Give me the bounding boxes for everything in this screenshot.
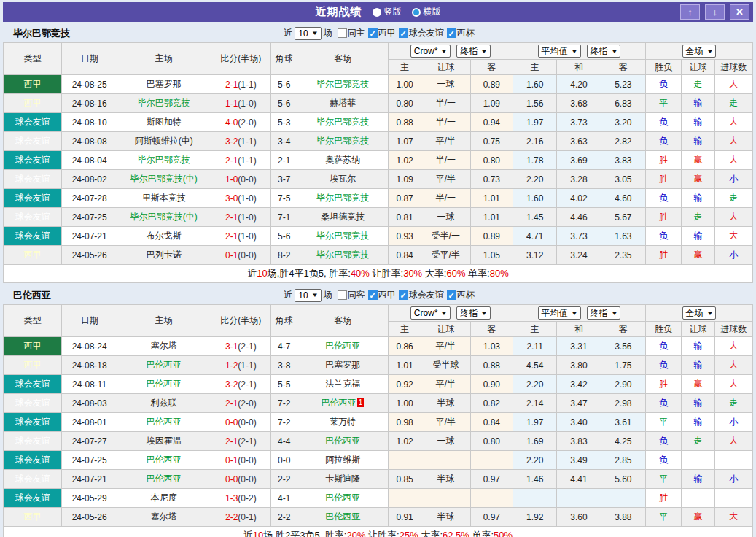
scope-select[interactable]: 全场▼ — [682, 45, 717, 58]
header-select-group-1: 平均值▼终指▼ — [513, 305, 645, 322]
average-select[interactable]: 平均值▼ — [538, 306, 581, 320]
filter-checkbox-2[interactable]: ✓球会友谊 — [399, 27, 444, 39]
corner-cell: 2-2 — [271, 470, 297, 489]
date-cell: 24-08-18 — [62, 356, 117, 375]
half-time-score: (0-0) — [238, 474, 256, 484]
corner-cell: 4-7 — [271, 337, 297, 356]
goals-result-cell: 小 — [714, 413, 752, 432]
half-time-score: (2-0) — [238, 117, 256, 128]
avg-draw-cell: 4.20 — [557, 75, 601, 94]
checkbox-checked-icon[interactable]: ✓ — [447, 28, 456, 38]
summary-text: 60% — [446, 268, 465, 279]
avg-home-cell: 1.46 — [513, 470, 556, 489]
home-team-name: 巴列卡诺 — [147, 250, 182, 260]
checkbox-checked-icon[interactable]: ✓ — [447, 290, 456, 300]
odds-home-cell: 1.00 — [389, 394, 421, 413]
match-type-cell: 球会友谊 — [4, 375, 62, 394]
filter-checkbox-3[interactable]: ✓西杯 — [447, 289, 475, 301]
average-select[interactable]: 平均值▼ — [538, 45, 581, 58]
avg-draw-cell: 3.63 — [557, 132, 601, 151]
handicap-result-cell: 赢 — [682, 246, 714, 265]
match-row: 球会友谊24-08-02毕尔巴鄂竞技(中)1-0(0-0)3-7埃瓦尔1.09平… — [4, 170, 753, 189]
close-button[interactable]: ✕ — [730, 4, 749, 20]
handicap-result-cell: 输 — [682, 413, 714, 432]
score-cell: 4-0(2-0) — [211, 113, 270, 132]
subheader-0-1: 让球 — [421, 322, 470, 337]
filter-checkbox-1[interactable]: ✓西甲 — [368, 27, 396, 39]
handicap-cell: 半/一 — [421, 113, 470, 132]
radio-unselected-icon[interactable] — [412, 8, 421, 17]
avg-away-cell: 2.98 — [601, 394, 645, 413]
match-row: 球会友谊24-07-28里斯本竞技3-0(1-0)7-5毕尔巴鄂竞技0.87半/… — [4, 189, 753, 208]
checkbox-checked-icon[interactable]: ✓ — [368, 28, 378, 38]
avg-draw-cell: 4.41 — [557, 470, 601, 489]
handicap-result-cell: 输 — [682, 356, 714, 375]
move-down-button[interactable]: ↓ — [705, 4, 725, 20]
match-row: 西甲24-08-25巴塞罗那2-1(1-1)5-6毕尔巴鄂竞技1.00一球0.8… — [4, 75, 753, 94]
odds-home-cell: 0.91 — [389, 508, 421, 527]
home-team-name: 本尼度 — [151, 492, 177, 503]
avg-home-cell — [513, 489, 556, 508]
radio-vertical-label: 竖版 — [384, 6, 402, 18]
red-card-badge: 1 — [357, 398, 365, 407]
filter-checkbox-3[interactable]: ✓西杯 — [447, 27, 475, 39]
away-team-name: 卡斯迪隆 — [325, 474, 360, 484]
subheader-1-2: 客 — [601, 60, 645, 75]
results-table: 类型日期主场比分(半场)角球客场Crow*▼终指▼平均值▼终指▼全场▼主让球客主… — [3, 304, 753, 537]
recent-results-panel: 近期战绩 竖版 横版 ↑ ↓ ✕ 毕尔巴鄂竞技近10▼场同主✓西甲✓球会友谊✓西… — [0, 0, 756, 537]
odds-away-cell: 1.05 — [470, 246, 513, 265]
chevron-down-icon: ▼ — [480, 48, 488, 55]
company-select[interactable]: Crow*▼ — [410, 306, 451, 320]
match-count-select-value: 10 — [298, 290, 308, 301]
avg-away-cell: 2.35 — [601, 246, 645, 265]
match-row: 西甲24-05-26塞尔塔2-2(0-1)2-2巴伦西亚0.91半球0.971.… — [4, 508, 753, 527]
home-team-cell: 巴伦西亚 — [117, 356, 211, 375]
match-row: 球会友谊24-08-03利兹联2-1(2-0)7-2巴伦西亚11.00半球0.8… — [4, 394, 753, 413]
company-select[interactable]: Crow*▼ — [410, 45, 451, 58]
match-row: 球会友谊24-07-25巴伦西亚0-1(0-0)0-0阿拉维斯2.203.492… — [4, 451, 753, 470]
avg-home-cell: 1.56 — [513, 94, 556, 113]
odds-away-cell: 0.80 — [470, 151, 513, 170]
filter-checkbox-1[interactable]: ✓西甲 — [368, 289, 396, 301]
move-up-button[interactable]: ↑ — [680, 4, 700, 20]
goals-result-cell: 大 — [714, 508, 752, 527]
scope-select[interactable]: 全场▼ — [682, 306, 717, 320]
summary-text: 20% — [346, 530, 365, 537]
filter-checkbox-0[interactable]: 同客 — [338, 289, 365, 301]
match-count-select[interactable]: 10▼ — [295, 289, 321, 302]
filter-checkbox-0[interactable]: 同主 — [338, 27, 365, 39]
section-team-name: 巴伦西亚 — [13, 289, 51, 302]
subheader-0-1: 让球 — [421, 60, 470, 75]
full-time-score: 3-0 — [225, 193, 238, 204]
checkbox-checked-icon[interactable]: ✓ — [399, 28, 408, 38]
subheader-1-2: 客 — [601, 322, 645, 337]
away-team-name: 巴伦西亚 — [322, 398, 356, 408]
final-average-select[interactable]: 终指▼ — [587, 306, 621, 320]
avg-draw-cell: 3.80 — [557, 356, 601, 375]
layout-radio-horizontal[interactable]: 横版 — [412, 6, 441, 18]
odds-away-cell: 0.82 — [470, 394, 513, 413]
odds-home-cell: 1.02 — [389, 151, 421, 170]
filter-checkbox-2[interactable]: ✓球会友谊 — [399, 289, 444, 301]
home-team-name: 塞尔塔 — [151, 511, 177, 522]
avg-draw-cell: 3.68 — [557, 94, 601, 113]
checkbox-unchecked-icon[interactable] — [338, 290, 347, 300]
match-row: 西甲24-08-24塞尔塔3-1(2-1)4-7巴伦西亚0.86平/半1.032… — [4, 337, 753, 356]
away-team-name: 巴伦西亚 — [325, 492, 360, 503]
header-selects: Crow*▼终指▼ — [410, 306, 491, 320]
handicap-cell: 半/一 — [421, 189, 470, 208]
final-odds-select[interactable]: 终指▼ — [456, 306, 491, 320]
date-cell: 24-08-03 — [62, 394, 117, 413]
final-odds-select[interactable]: 终指▼ — [456, 45, 491, 58]
checkbox-checked-icon[interactable]: ✓ — [399, 290, 408, 300]
score-cell: 2-1(2-0) — [211, 394, 270, 413]
avg-home-cell: 1.92 — [513, 508, 556, 527]
subheader-2-0: 胜负 — [646, 60, 682, 75]
checkbox-unchecked-icon[interactable] — [338, 28, 347, 38]
checkbox-checked-icon[interactable]: ✓ — [368, 290, 378, 300]
radio-selected-icon[interactable] — [373, 8, 381, 17]
final-average-select[interactable]: 终指▼ — [587, 45, 621, 58]
match-count-select[interactable]: 10▼ — [295, 27, 321, 40]
layout-radio-vertical[interactable]: 竖版 — [373, 6, 402, 18]
match-type-cell: 西甲 — [4, 356, 62, 375]
